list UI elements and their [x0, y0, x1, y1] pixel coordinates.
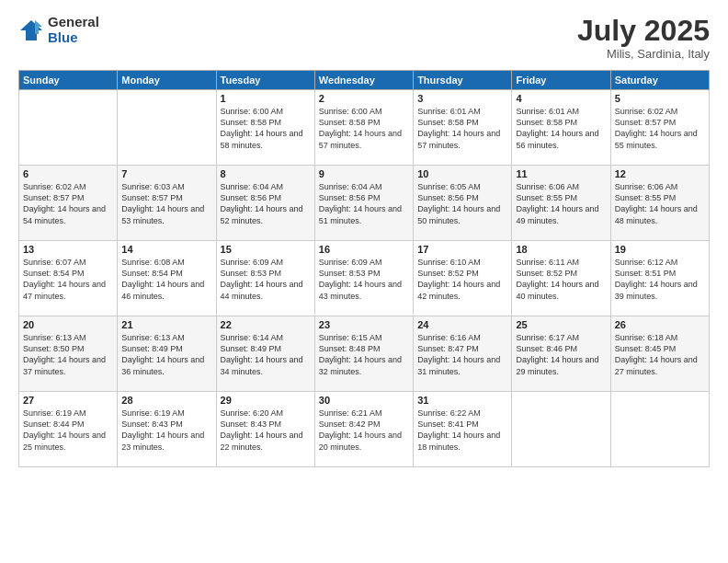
day-number: 13: [23, 244, 113, 255]
day-number: 14: [121, 244, 211, 255]
column-header-sunday: Sunday: [19, 71, 118, 90]
cell-daylight-text: Sunrise: 6:13 AM Sunset: 8:49 PM Dayligh…: [121, 332, 211, 377]
svg-marker-0: [20, 20, 42, 40]
cell-daylight-text: Sunrise: 6:00 AM Sunset: 8:58 PM Dayligh…: [221, 106, 311, 151]
cell-daylight-text: Sunrise: 6:20 AM Sunset: 8:43 PM Dayligh…: [221, 408, 311, 453]
day-number: 29: [221, 395, 311, 406]
calendar-cell: 22Sunrise: 6:14 AM Sunset: 8:49 PM Dayli…: [216, 316, 314, 392]
calendar-table: SundayMondayTuesdayWednesdayThursdayFrid…: [18, 70, 710, 467]
column-header-thursday: Thursday: [414, 71, 512, 90]
calendar-cell: 19Sunrise: 6:12 AM Sunset: 8:51 PM Dayli…: [610, 241, 709, 316]
calendar-cell: 31Sunrise: 6:22 AM Sunset: 8:41 PM Dayli…: [414, 392, 512, 467]
day-number: 4: [516, 93, 606, 104]
cell-daylight-text: Sunrise: 6:14 AM Sunset: 8:49 PM Dayligh…: [221, 332, 311, 377]
calendar-cell: 18Sunrise: 6:11 AM Sunset: 8:52 PM Dayli…: [512, 241, 610, 316]
svg-marker-1: [35, 20, 42, 34]
column-header-tuesday: Tuesday: [216, 71, 314, 90]
cell-daylight-text: Sunrise: 6:00 AM Sunset: 8:58 PM Dayligh…: [319, 106, 409, 151]
logo-general-text: General: [48, 15, 99, 30]
day-number: 3: [417, 93, 507, 104]
calendar-cell: 24Sunrise: 6:16 AM Sunset: 8:47 PM Dayli…: [414, 316, 512, 392]
calendar-cell: 13Sunrise: 6:07 AM Sunset: 8:54 PM Dayli…: [19, 241, 118, 316]
calendar-cell: 30Sunrise: 6:21 AM Sunset: 8:42 PM Dayli…: [314, 392, 413, 467]
title-block: July 2025 Milis, Sardinia, Italy: [577, 15, 710, 61]
cell-daylight-text: Sunrise: 6:19 AM Sunset: 8:43 PM Dayligh…: [121, 408, 211, 453]
day-number: 18: [516, 244, 606, 255]
calendar-cell: 29Sunrise: 6:20 AM Sunset: 8:43 PM Dayli…: [216, 392, 314, 467]
calendar-week-1: 6Sunrise: 6:02 AM Sunset: 8:57 PM Daylig…: [19, 166, 710, 241]
cell-daylight-text: Sunrise: 6:06 AM Sunset: 8:55 PM Dayligh…: [615, 181, 705, 226]
calendar-cell: 23Sunrise: 6:15 AM Sunset: 8:48 PM Dayli…: [314, 316, 413, 392]
cell-daylight-text: Sunrise: 6:04 AM Sunset: 8:56 PM Dayligh…: [221, 181, 311, 226]
day-number: 31: [417, 395, 507, 406]
cell-daylight-text: Sunrise: 6:08 AM Sunset: 8:54 PM Dayligh…: [121, 257, 211, 302]
calendar-cell: [610, 392, 709, 467]
cell-daylight-text: Sunrise: 6:02 AM Sunset: 8:57 PM Dayligh…: [615, 106, 705, 151]
calendar-cell: 3Sunrise: 6:01 AM Sunset: 8:58 PM Daylig…: [414, 90, 512, 166]
day-number: 22: [221, 319, 311, 330]
location-subtitle: Milis, Sardinia, Italy: [577, 47, 710, 61]
day-number: 1: [221, 93, 311, 104]
day-number: 10: [417, 168, 507, 179]
calendar-cell: 5Sunrise: 6:02 AM Sunset: 8:57 PM Daylig…: [610, 90, 709, 166]
calendar-cell: 12Sunrise: 6:06 AM Sunset: 8:55 PM Dayli…: [610, 166, 709, 241]
day-number: 24: [417, 319, 507, 330]
calendar-cell: [118, 90, 216, 166]
column-header-saturday: Saturday: [610, 71, 709, 90]
header: General Blue July 2025 Milis, Sardinia, …: [18, 15, 710, 61]
calendar-cell: [19, 90, 118, 166]
day-number: 30: [319, 395, 409, 406]
column-header-friday: Friday: [512, 71, 610, 90]
logo-blue-text: Blue: [48, 30, 99, 46]
calendar-cell: 1Sunrise: 6:00 AM Sunset: 8:58 PM Daylig…: [216, 90, 314, 166]
cell-daylight-text: Sunrise: 6:19 AM Sunset: 8:44 PM Dayligh…: [23, 408, 113, 453]
cell-daylight-text: Sunrise: 6:18 AM Sunset: 8:45 PM Dayligh…: [615, 332, 705, 377]
cell-daylight-text: Sunrise: 6:11 AM Sunset: 8:52 PM Dayligh…: [516, 257, 606, 302]
day-number: 2: [319, 93, 409, 104]
day-number: 23: [319, 319, 409, 330]
cell-daylight-text: Sunrise: 6:01 AM Sunset: 8:58 PM Dayligh…: [417, 106, 507, 151]
day-number: 20: [23, 319, 113, 330]
day-number: 27: [23, 395, 113, 406]
calendar-week-3: 20Sunrise: 6:13 AM Sunset: 8:50 PM Dayli…: [19, 316, 710, 392]
cell-daylight-text: Sunrise: 6:22 AM Sunset: 8:41 PM Dayligh…: [417, 408, 507, 453]
day-number: 9: [319, 168, 409, 179]
day-number: 21: [121, 319, 211, 330]
day-number: 8: [221, 168, 311, 179]
day-number: 15: [221, 244, 311, 255]
cell-daylight-text: Sunrise: 6:17 AM Sunset: 8:46 PM Dayligh…: [516, 332, 606, 377]
cell-daylight-text: Sunrise: 6:09 AM Sunset: 8:53 PM Dayligh…: [221, 257, 311, 302]
calendar-cell: 17Sunrise: 6:10 AM Sunset: 8:52 PM Dayli…: [414, 241, 512, 316]
day-number: 12: [615, 168, 705, 179]
logo: General Blue: [18, 15, 99, 45]
day-number: 26: [615, 319, 705, 330]
calendar-header-row: SundayMondayTuesdayWednesdayThursdayFrid…: [19, 71, 710, 90]
calendar-week-2: 13Sunrise: 6:07 AM Sunset: 8:54 PM Dayli…: [19, 241, 710, 316]
column-header-wednesday: Wednesday: [314, 71, 413, 90]
calendar-cell: 21Sunrise: 6:13 AM Sunset: 8:49 PM Dayli…: [118, 316, 216, 392]
cell-daylight-text: Sunrise: 6:01 AM Sunset: 8:58 PM Dayligh…: [516, 106, 606, 151]
day-number: 16: [319, 244, 409, 255]
calendar-cell: 20Sunrise: 6:13 AM Sunset: 8:50 PM Dayli…: [19, 316, 118, 392]
calendar-cell: 26Sunrise: 6:18 AM Sunset: 8:45 PM Dayli…: [610, 316, 709, 392]
cell-daylight-text: Sunrise: 6:07 AM Sunset: 8:54 PM Dayligh…: [23, 257, 113, 302]
cell-daylight-text: Sunrise: 6:09 AM Sunset: 8:53 PM Dayligh…: [319, 257, 409, 302]
calendar-cell: 9Sunrise: 6:04 AM Sunset: 8:56 PM Daylig…: [314, 166, 413, 241]
calendar-cell: 11Sunrise: 6:06 AM Sunset: 8:55 PM Dayli…: [512, 166, 610, 241]
calendar-cell: 15Sunrise: 6:09 AM Sunset: 8:53 PM Dayli…: [216, 241, 314, 316]
day-number: 6: [23, 168, 113, 179]
calendar-cell: 7Sunrise: 6:03 AM Sunset: 8:57 PM Daylig…: [118, 166, 216, 241]
calendar-cell: 6Sunrise: 6:02 AM Sunset: 8:57 PM Daylig…: [19, 166, 118, 241]
day-number: 11: [516, 168, 606, 179]
cell-daylight-text: Sunrise: 6:16 AM Sunset: 8:47 PM Dayligh…: [417, 332, 507, 377]
calendar-cell: [512, 392, 610, 467]
day-number: 28: [121, 395, 211, 406]
cell-daylight-text: Sunrise: 6:21 AM Sunset: 8:42 PM Dayligh…: [319, 408, 409, 453]
month-title: July 2025: [577, 15, 710, 47]
calendar-cell: 4Sunrise: 6:01 AM Sunset: 8:58 PM Daylig…: [512, 90, 610, 166]
calendar-cell: 14Sunrise: 6:08 AM Sunset: 8:54 PM Dayli…: [118, 241, 216, 316]
cell-daylight-text: Sunrise: 6:02 AM Sunset: 8:57 PM Dayligh…: [23, 181, 113, 226]
calendar-cell: 28Sunrise: 6:19 AM Sunset: 8:43 PM Dayli…: [118, 392, 216, 467]
calendar-cell: 25Sunrise: 6:17 AM Sunset: 8:46 PM Dayli…: [512, 316, 610, 392]
cell-daylight-text: Sunrise: 6:05 AM Sunset: 8:56 PM Dayligh…: [417, 181, 507, 226]
